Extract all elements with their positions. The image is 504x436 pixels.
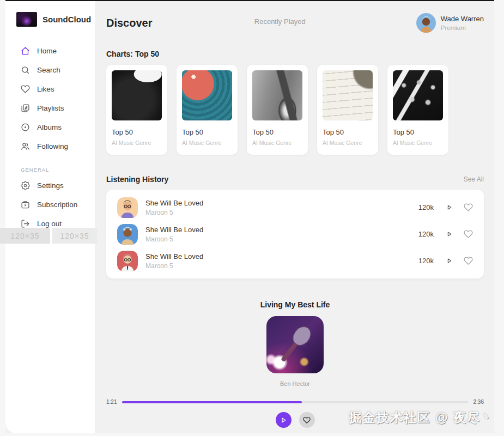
albums-icon	[21, 123, 30, 132]
card-subtitle: AI Music Genre	[393, 140, 443, 146]
main-content: Discover Recently Played Wade Warren Pre…	[96, 1, 494, 433]
album-art-guitar	[252, 70, 302, 120]
ad-placeholder: 120×35	[52, 228, 97, 244]
total-time: 2:36	[473, 399, 484, 405]
app-logo: SoundCloud	[5, 1, 95, 27]
progress-row: 1:21 2:36	[106, 399, 484, 405]
card-title: Top 50	[112, 128, 162, 136]
following-icon	[21, 142, 30, 151]
heart-icon	[21, 84, 30, 94]
sidebar-item-label: Subscription	[37, 201, 77, 209]
playlists-icon	[21, 104, 30, 113]
track-artist: Maroon 5	[145, 209, 203, 216]
now-playing-panel: Living My Best Life Ben Hector 1:21 2:36	[106, 300, 484, 428]
sidebar-section-label: GENERAL	[21, 167, 95, 173]
track-artist: Maroon 5	[145, 262, 203, 270]
track-title: She Will Be Loved	[145, 226, 203, 234]
album-art-sheet-music	[323, 70, 373, 120]
history-list: She Will Be Loved Maroon 5 120k She Will…	[106, 190, 484, 278]
track-row[interactable]: She Will Be Loved Maroon 5 120k	[117, 221, 473, 247]
page-header: Discover Recently Played Wade Warren Pre…	[106, 1, 484, 33]
sidebar-item-label: Following	[37, 142, 68, 150]
top50-card[interactable]: Top 50 AI Music Genre	[317, 65, 378, 155]
track-artist: Maroon 5	[145, 235, 203, 243]
now-playing-title: Living My Best Life	[106, 300, 484, 309]
sidebar-item-playlists[interactable]: Playlists	[5, 99, 95, 118]
track-title: She Will Be Loved	[145, 252, 203, 261]
play-count: 120k	[418, 257, 434, 265]
subscription-icon	[21, 200, 30, 209]
play-button[interactable]	[276, 412, 292, 428]
sidebar: SoundCloud Home Search Likes Playlists A…	[5, 1, 96, 433]
sidebar-item-label: Likes	[37, 85, 54, 93]
card-title: Top 50	[182, 128, 232, 136]
album-art-mixer	[393, 70, 443, 120]
play-icon[interactable]	[446, 231, 453, 238]
heart-icon[interactable]	[464, 203, 473, 212]
sidebar-item-home[interactable]: Home	[5, 41, 95, 60]
sidebar-item-label: Log out	[37, 220, 62, 228]
card-title: Top 50	[252, 128, 302, 136]
sidebar-item-label: Search	[37, 66, 60, 74]
history-heading: Listening History	[106, 175, 168, 184]
play-icon[interactable]	[446, 204, 453, 211]
sidebar-item-likes[interactable]: Likes	[5, 80, 95, 99]
app-frame: SoundCloud Home Search Likes Playlists A…	[5, 0, 494, 433]
card-title: Top 50	[393, 128, 443, 136]
see-all-link[interactable]: See All	[464, 175, 484, 183]
play-count: 120k	[418, 230, 434, 238]
sidebar-item-label: Home	[37, 47, 57, 55]
sidebar-item-subscription[interactable]: Subscription	[5, 195, 95, 214]
track-avatar	[117, 224, 138, 245]
track-title: She Will Be Loved	[145, 199, 203, 207]
card-subtitle: AI Music Genre	[112, 140, 162, 146]
sidebar-nav: Home Search Likes Playlists Albums Follo…	[5, 41, 95, 233]
play-icon[interactable]	[446, 257, 453, 264]
top50-card[interactable]: Top 50 AI Music Genre	[177, 65, 238, 155]
now-playing-art	[266, 316, 324, 373]
sidebar-item-following[interactable]: Following	[5, 137, 95, 156]
charts-heading: Charts: Top 50	[106, 50, 484, 58]
seek-bar-fill	[122, 401, 302, 403]
page-title: Discover	[106, 17, 153, 29]
card-title: Top 50	[323, 128, 373, 136]
app-logo-title: SoundCloud	[42, 15, 91, 24]
track-row[interactable]: She Will Be Loved Maroon 5 120k	[117, 194, 473, 221]
album-art-teal-vinyl	[182, 70, 232, 120]
search-icon	[21, 65, 30, 75]
avatar	[416, 13, 436, 33]
like-button[interactable]	[299, 412, 315, 428]
play-count: 120k	[418, 203, 434, 211]
sidebar-item-label: Playlists	[37, 104, 64, 112]
sidebar-item-albums[interactable]: Albums	[5, 118, 95, 137]
card-subtitle: AI Music Genre	[252, 140, 302, 146]
sidebar-item-label: Settings	[37, 181, 64, 190]
track-row[interactable]: She Will Be Loved Maroon 5 120k	[117, 247, 473, 274]
elapsed-time: 1:21	[106, 399, 117, 405]
settings-icon	[21, 181, 30, 190]
heart-icon[interactable]	[464, 229, 473, 239]
track-avatar	[117, 197, 138, 218]
history-header: Listening History See All	[106, 175, 484, 184]
logout-icon	[21, 219, 30, 228]
sidebar-item-settings[interactable]: Settings	[5, 176, 95, 195]
top50-card[interactable]: Top 50 AI Music Genre	[247, 65, 308, 155]
recently-played-tab[interactable]: Recently Played	[254, 17, 306, 26]
user-profile-chip[interactable]: Wade Warren Premium	[416, 13, 484, 33]
album-art-black-vinyl	[112, 70, 162, 120]
sidebar-item-search[interactable]: Search	[5, 60, 95, 80]
top50-card[interactable]: Top 50 AI Music Genre	[387, 65, 448, 155]
seek-bar[interactable]	[122, 401, 467, 403]
track-avatar	[117, 251, 138, 271]
top50-cards-row: Top 50 AI Music Genre Top 50 AI Music Ge…	[106, 65, 484, 155]
user-name: Wade Warren	[441, 15, 484, 23]
ad-placeholder-row: 120×35 120×35	[0, 228, 104, 244]
heart-icon[interactable]	[464, 256, 473, 265]
card-subtitle: AI Music Genre	[323, 140, 373, 146]
top50-card[interactable]: Top 50 AI Music Genre	[106, 65, 167, 155]
app-logo-image	[16, 12, 37, 27]
ad-placeholder: 120×35	[0, 228, 50, 244]
card-subtitle: AI Music Genre	[182, 140, 232, 146]
home-icon	[21, 46, 30, 56]
user-plan-badge: Premium	[441, 25, 484, 31]
